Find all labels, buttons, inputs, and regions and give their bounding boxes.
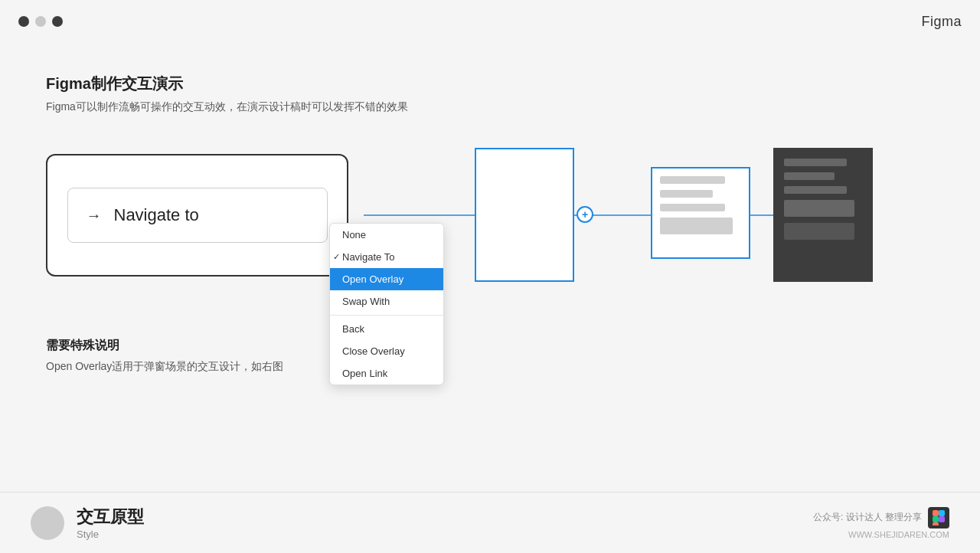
svg-rect-4 bbox=[933, 522, 939, 525]
svg-rect-1 bbox=[939, 510, 945, 516]
nav-label: Navigate to bbox=[114, 205, 199, 225]
footer: 交互原型 Style 公众号: 设计达人 整理分享 WWW.SHEJIDAREN… bbox=[0, 492, 980, 553]
figma-badge-icon bbox=[928, 507, 949, 528]
close-button[interactable] bbox=[18, 16, 29, 27]
section-desc: Open Overlay适用于弹窗场景的交互设计，如右图 bbox=[46, 360, 934, 374]
svg-rect-2 bbox=[933, 516, 939, 522]
special-section: 需要特殊说明 Open Overlay适用于弹窗场景的交互设计，如右图 bbox=[46, 338, 934, 374]
dark-block-2 bbox=[784, 223, 854, 240]
left-card: → Navigate to bbox=[46, 154, 348, 276]
svg-rect-0 bbox=[933, 510, 939, 516]
fullscreen-button[interactable] bbox=[52, 16, 63, 27]
arrow-icon: → bbox=[87, 207, 102, 224]
dark-block-1 bbox=[784, 200, 854, 217]
traffic-lights bbox=[18, 16, 63, 27]
dropdown-menu: None Navigate To Open Overlay Swap With … bbox=[329, 223, 444, 385]
dark-line-3 bbox=[784, 186, 847, 194]
dark-line-2 bbox=[784, 172, 835, 180]
main-content: Figma制作交互演示 Figma可以制作流畅可操作的交互动效，在演示设计稿时可… bbox=[0, 43, 980, 404]
menu-item-none[interactable]: None bbox=[330, 224, 443, 246]
svg-rect-3 bbox=[939, 516, 945, 522]
menu-item-swap-with[interactable]: Swap With bbox=[330, 290, 443, 312]
menu-item-back[interactable]: Back bbox=[330, 318, 443, 340]
menu-item-close-overlay[interactable]: Close Overlay bbox=[330, 340, 443, 362]
menu-item-navigate-to[interactable]: Navigate To bbox=[330, 246, 443, 268]
footer-style-label: Style bbox=[77, 528, 144, 540]
demo-area: → Navigate to None Navigate To Open Over… bbox=[46, 139, 934, 292]
figma-logo: Figma bbox=[921, 14, 962, 30]
page-subtitle: Figma可以制作流畅可操作的交互动效，在演示设计稿时可以发挥不错的效果 bbox=[46, 100, 934, 114]
content-line-3 bbox=[660, 204, 725, 211]
footer-avatar bbox=[31, 506, 64, 540]
minimize-button[interactable] bbox=[35, 16, 46, 27]
dark-line-1 bbox=[784, 159, 847, 166]
footer-icon-row: 公众号: 设计达人 整理分享 bbox=[813, 507, 949, 528]
frame-box-2 bbox=[651, 167, 750, 259]
content-block-1 bbox=[660, 218, 733, 234]
footer-left: 交互原型 Style bbox=[31, 506, 144, 540]
page-title: Figma制作交互演示 bbox=[46, 74, 934, 94]
frame-box-1 bbox=[475, 148, 574, 282]
plus-circle: + bbox=[577, 206, 593, 223]
frame-box-3-dark bbox=[773, 148, 873, 282]
menu-item-open-overlay[interactable]: Open Overlay bbox=[330, 268, 443, 290]
footer-wechat-text: 公众号: 设计达人 整理分享 bbox=[813, 511, 922, 524]
titlebar: Figma bbox=[0, 0, 980, 43]
menu-divider bbox=[330, 315, 443, 316]
section-title: 需要特殊说明 bbox=[46, 338, 934, 354]
content-line-2 bbox=[660, 190, 713, 198]
menu-item-open-link[interactable]: Open Link bbox=[330, 362, 443, 384]
footer-brand-label: 交互原型 bbox=[77, 506, 144, 528]
footer-brand-block: 交互原型 Style bbox=[77, 506, 144, 540]
footer-right: 公众号: 设计达人 整理分享 WWW.SHEJIDAREN.COM bbox=[813, 507, 949, 539]
navigate-button[interactable]: → Navigate to bbox=[67, 188, 328, 243]
content-line-1 bbox=[660, 176, 725, 184]
footer-website-text: WWW.SHEJIDAREN.COM bbox=[848, 530, 949, 539]
